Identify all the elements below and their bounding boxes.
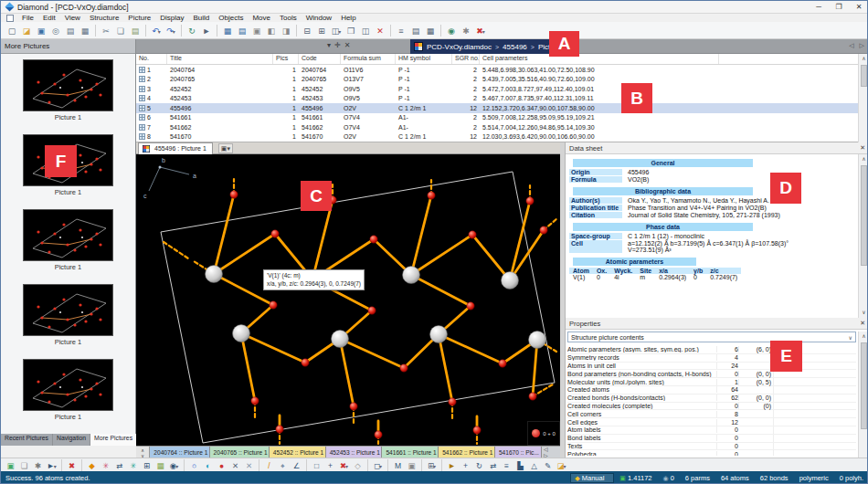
coordination-sphere-icon[interactable]: ○ <box>188 459 201 471</box>
dropdown-caret-icon[interactable]: ▾ <box>173 29 175 35</box>
datasheet-scrollbar[interactable]: ∧ ∨ <box>858 154 868 318</box>
menu-move[interactable]: Move <box>248 14 275 22</box>
slideshow-icon[interactable]: ◨ <box>280 24 293 37</box>
connect-atoms-icon[interactable]: ⇄ <box>113 459 126 471</box>
pane-menu-icon[interactable]: ▾ <box>327 41 331 49</box>
new-window-icon[interactable]: ❒ <box>344 24 358 37</box>
find-icon[interactable]: ◎ <box>49 24 63 37</box>
table-row[interactable]: 44524531452453O9V5P -125.467,7.007,8.735… <box>136 94 858 104</box>
menu-help[interactable]: Help <box>336 14 360 22</box>
create-bond-icon[interactable]: / <box>263 459 276 471</box>
scroll-up-icon[interactable]: ∧ <box>859 54 868 64</box>
column-header-pics[interactable]: Pics <box>273 54 299 64</box>
dropdown-caret-icon[interactable]: ▾ <box>175 464 178 469</box>
link-icon[interactable]: ◇ <box>352 459 365 471</box>
column-header-hm[interactable]: HM symbol <box>396 54 452 64</box>
dropdown-caret-icon[interactable]: ▾ <box>158 29 161 35</box>
cell-edges-icon[interactable]: □ <box>311 459 323 471</box>
breadcrumb-entry[interactable]: 455496 <box>503 43 527 51</box>
table-row[interactable]: 34524521452452O9V5P -125.472,7.003,8.727… <box>136 84 858 94</box>
destroy-contacts-icon[interactable]: ✕ <box>243 459 256 471</box>
packing-icon[interactable]: ⊞ <box>141 459 153 471</box>
pen-icon[interactable]: ✎ <box>542 459 555 471</box>
delete-object-icon[interactable]: ✖▾ <box>338 459 351 471</box>
dropdown-caret-icon[interactable]: ▾ <box>564 464 566 469</box>
close-icon[interactable]: ✕ <box>860 320 865 327</box>
tile-horizontal-icon[interactable]: ⊟ <box>301 24 314 37</box>
picture-tab[interactable]: 2040764 :: Picture 1 <box>150 447 209 458</box>
move-icon[interactable]: + <box>324 459 337 471</box>
properties-scrollbar[interactable]: ∧ <box>858 331 868 458</box>
thumbnail-image[interactable] <box>23 359 113 411</box>
table-pane-icon[interactable]: ▦ <box>424 24 438 37</box>
table-scrollbar[interactable]: ∧ <box>858 54 868 142</box>
zoom-indicator[interactable]: ▣ 1.41172 <box>614 474 657 482</box>
build-tools-icon[interactable]: ✱ <box>32 459 45 471</box>
menu-tools[interactable]: Tools <box>275 14 302 22</box>
cut-icon[interactable]: ✂ <box>100 24 113 37</box>
properties-selector-dropdown[interactable]: Structure picture contents∨ <box>567 331 856 342</box>
picture-tab[interactable]: 2040765 :: Picture 1 <box>210 447 270 458</box>
menu-structure[interactable]: Structure <box>85 14 123 22</box>
column-header-code[interactable]: Code <box>299 54 341 64</box>
tile-grid-icon[interactable]: ◫▾ <box>330 24 344 37</box>
menu-build[interactable]: Build <box>189 14 215 22</box>
dropdown-caret-icon[interactable]: ▾ <box>379 464 382 469</box>
redo-icon[interactable]: ↷▾ <box>164 24 178 37</box>
undo-icon[interactable]: ↶▾ <box>150 24 164 37</box>
column-header-no[interactable]: No. <box>136 54 167 64</box>
menu-view[interactable]: View <box>60 14 85 22</box>
scroll-up-icon[interactable]: ∧ <box>859 331 868 342</box>
picture-tab[interactable]: 541661 :: Picture 1 <box>382 447 439 458</box>
copy-picture-icon[interactable]: ❏ <box>18 459 31 471</box>
fill-cell-icon[interactable]: ▦ <box>154 459 167 471</box>
split-window-icon[interactable]: ◫ <box>359 24 373 37</box>
picture-props-icon[interactable]: ▣ <box>406 459 418 471</box>
dropdown-caret-icon[interactable]: ▾ <box>482 29 485 35</box>
grid-icon[interactable]: ⊞▾ <box>426 459 439 471</box>
breadcrumb-file[interactable]: PCD-VxOy.diamdoc <box>427 43 492 51</box>
table-row[interactable]: 65416611541661O7V4A1-25.509,7.008,12.258… <box>136 113 858 123</box>
menu-display[interactable]: Display <box>155 14 188 22</box>
picture-tab[interactable]: 452452 :: Picture 1 <box>270 447 326 458</box>
table-row[interactable]: 1204076412040764O11V6P -125.448,6.998,30… <box>136 65 858 75</box>
menu-picture[interactable]: Picture <box>123 14 155 22</box>
picture-tab[interactable]: 541662 :: Picture 1 <box>439 447 495 458</box>
picture-frame2-icon[interactable]: ◧ <box>265 24 279 37</box>
column-header-cell[interactable]: Cell parameters <box>480 54 719 64</box>
picture-tab[interactable]: 541670 :: Pic... <box>495 447 542 458</box>
maximize-button[interactable]: ❐ <box>829 1 849 13</box>
menu-file[interactable]: File <box>17 14 38 22</box>
pointer-icon[interactable]: ► <box>200 24 214 37</box>
tab-scroll-arrows[interactable]: ◁ ▷ <box>542 447 560 458</box>
column-header-formula[interactable]: Formula sum <box>341 54 396 64</box>
scroll-up-icon[interactable]: ∧ <box>859 154 868 164</box>
close-window-icon[interactable]: ✕ <box>374 24 387 37</box>
close-icon[interactable]: ✕ <box>860 144 865 152</box>
table-row[interactable]: 2204076512040765O13V7P -125.439,7.005,35… <box>136 75 858 85</box>
pin-icon[interactable]: ✛ <box>334 41 341 49</box>
dropdown-caret-icon[interactable]: ▾ <box>345 464 348 469</box>
panel-tab-navigation[interactable]: Navigation <box>53 434 90 446</box>
broken-sphere-icon[interactable]: ◐ <box>202 459 215 471</box>
tile-vertical-icon[interactable]: ⊞ <box>315 24 329 37</box>
copy-icon[interactable]: ❏ <box>114 24 128 37</box>
datasheet-pane-icon[interactable]: ▤ <box>409 24 423 37</box>
stats-icon[interactable]: ≡ <box>501 459 513 471</box>
picture-tab-menu-button[interactable]: ▣▾ <box>218 143 233 153</box>
thumbnail-image[interactable] <box>23 284 113 336</box>
rotate-mode-icon[interactable]: ↻ <box>473 459 486 471</box>
add-atom-icon[interactable]: ◆ <box>86 459 99 471</box>
angle-icon[interactable]: ∠ <box>291 459 303 471</box>
data-grid-icon[interactable]: ▤ <box>236 24 249 37</box>
thumbnail-image[interactable] <box>23 59 113 111</box>
picture-thumbnail[interactable]: Picture 1 <box>23 59 113 121</box>
pointer-select-icon[interactable]: ► <box>446 459 459 471</box>
measure-icon[interactable]: ⌖ <box>277 459 290 471</box>
new-picture-icon[interactable]: ▣ <box>5 459 17 471</box>
picture-thumbnail[interactable]: Picture 1 <box>23 209 113 271</box>
thumbnail-image[interactable] <box>23 209 113 261</box>
mode-indicator[interactable]: ◆ Manual <box>570 473 614 483</box>
print-preview-icon[interactable]: ▤ <box>64 24 78 37</box>
picture-tab-active[interactable]: 455496 : Picture 1 <box>138 142 213 154</box>
